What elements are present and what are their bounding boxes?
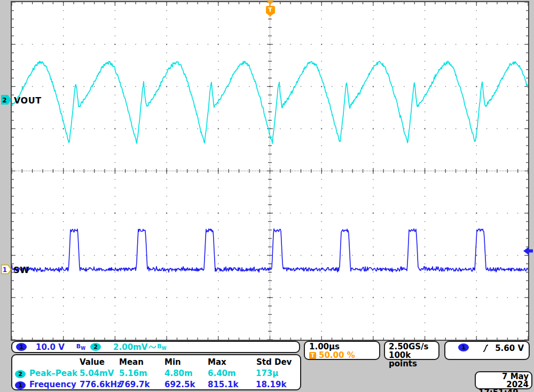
measurement-name: Frequency (29, 380, 80, 389)
measurement-value: 5.04mV (80, 369, 119, 378)
measurement-mean: 5.16m (119, 369, 164, 378)
datetime-box: 7 May 2024 17:51:49 (475, 371, 532, 389)
rising-edge-icon (483, 344, 489, 353)
channel1-scale: 10.0 V (36, 342, 65, 352)
trigger-position-arrow-icon (266, 1, 274, 5)
col-header-stddev: Std Dev (256, 357, 292, 367)
channel-scale-bar[interactable]: 1 10.0 V BW 2 2.00mV BW (11, 341, 300, 353)
measurement-max: 6.40m (208, 369, 256, 378)
channel2-badge[interactable]: 2 (90, 343, 101, 351)
measurement-row: 1 (15, 380, 29, 389)
channel1-badge: 1 (15, 381, 26, 389)
record-length-readout: 100k points (389, 351, 438, 368)
channel2-scale: 2.00mV (113, 342, 147, 352)
col-header-mean: Mean (119, 357, 164, 367)
measurement-row: 2 (15, 369, 29, 378)
vout-trace-label: VOUT (14, 95, 42, 106)
col-header-max: Max (208, 357, 256, 367)
sw-trace-label: SW (13, 265, 29, 275)
horizontal-settings-box[interactable]: 1.00µs T 50.00 % (304, 341, 380, 360)
sample-rate-readout: 2.50GS/s (389, 342, 438, 351)
trigger-settings-box[interactable]: 1 5.60 V (444, 341, 530, 360)
channel2-bandwidth-icon: BW (157, 343, 166, 351)
measurement-min: 692.5k (164, 380, 208, 389)
channel2-position-marker[interactable]: 2 (1, 95, 12, 105)
measurement-mean: 769.7k (119, 380, 164, 389)
col-header-value: Value (80, 357, 119, 367)
measurement-min: 4.80m (164, 369, 208, 378)
trigger-flag-icon: T (266, 6, 275, 14)
measurement-std: 18.19k (256, 380, 300, 389)
channel1-position-marker[interactable]: 1 (1, 265, 12, 274)
trigger-source-badge: 1 (458, 343, 469, 351)
measurements-panel[interactable]: Value Mean Min Max 2 Peak–Peak 5.04mV 5.… (11, 354, 301, 390)
measurement-std: 173µ (256, 369, 300, 378)
measurement-name: Peak–Peak (29, 369, 80, 378)
channel2-badge: 2 (15, 370, 26, 378)
channel2-marker-number: 2 (2, 97, 6, 104)
timebase-readout: 1.00µs (309, 342, 379, 351)
channel1-bandwidth-icon: BW (76, 343, 85, 351)
channel1-badge[interactable]: 1 (16, 343, 27, 351)
trigger-level-readout: 5.60 V (495, 343, 524, 353)
trigger-position-marker[interactable]: T (265, 1, 275, 17)
waveforms (12, 2, 528, 340)
measurement-value: 776.6kHz (80, 380, 119, 389)
trigger-t-icon: T (309, 352, 316, 359)
date-readout: 7 May 2024 (478, 373, 529, 389)
measurement-max: 815.1k (208, 380, 256, 389)
col-header-min: Min (164, 357, 208, 367)
oscilloscope-screen: T 2 1 VOUT SW 1 10.0 V BW 2 2.00mV BW Va… (0, 0, 534, 392)
graticule[interactable] (11, 1, 529, 341)
ac-coupling-icon (148, 344, 156, 350)
trigger-position-readout: 50.00 % (319, 351, 355, 359)
channel1-marker-number: 1 (3, 266, 7, 274)
trigger-level-arrow[interactable] (523, 247, 533, 255)
trigger-flag-tip (267, 14, 273, 17)
acquisition-box[interactable]: 2.50GS/s 100k points (384, 341, 439, 360)
